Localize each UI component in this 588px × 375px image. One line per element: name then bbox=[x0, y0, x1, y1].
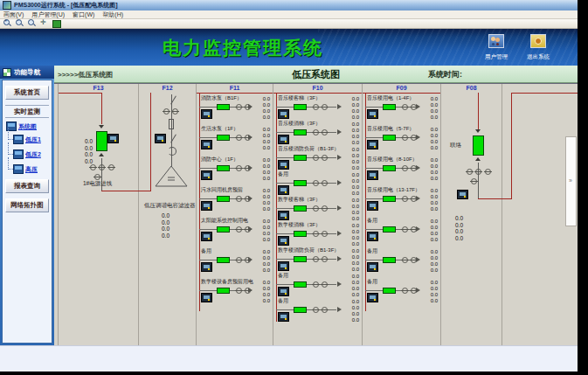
feeder-label: 消防中心（1F） bbox=[201, 156, 239, 163]
meter-icon[interactable] bbox=[201, 109, 212, 119]
meter-icon[interactable] bbox=[367, 109, 378, 119]
breaker-closed-icon[interactable] bbox=[473, 135, 484, 156]
breaker-closed-icon[interactable] bbox=[217, 135, 230, 141]
zoom-in-icon[interactable] bbox=[3, 19, 12, 28]
value: 0.0 bbox=[352, 140, 359, 146]
bus-line bbox=[101, 93, 102, 124]
meter-icon[interactable] bbox=[201, 201, 212, 211]
value: 0.0 bbox=[352, 108, 359, 115]
breaker-closed-icon[interactable] bbox=[294, 129, 307, 135]
breaker-closed-icon[interactable] bbox=[96, 131, 107, 151]
breaker-closed-icon[interactable] bbox=[294, 155, 307, 161]
title-bar[interactable]: PMS3000运行系统 - [低压配电系统图] bbox=[0, 0, 578, 10]
value: 0.0 bbox=[431, 170, 438, 176]
meter-icon[interactable] bbox=[107, 134, 119, 143]
breaker-closed-icon[interactable] bbox=[294, 256, 307, 262]
breaker-closed-icon[interactable] bbox=[294, 180, 307, 186]
zoom-out-icon[interactable] bbox=[16, 19, 24, 28]
meter-icon[interactable] bbox=[367, 170, 378, 180]
feeder-id: F13 bbox=[59, 85, 138, 91]
switch-icon bbox=[467, 169, 473, 175]
feeder-label: 数学楼消防负荷（B1-3F） bbox=[278, 247, 339, 253]
sidebar-item-topology[interactable]: 网络拓扑图 bbox=[5, 198, 49, 212]
banner-actions: 用户管理 退出系统 bbox=[481, 34, 553, 61]
tree-item-0[interactable]: 低压1 bbox=[13, 135, 50, 144]
meter-icon[interactable] bbox=[367, 201, 378, 211]
value: 0.0 bbox=[431, 255, 438, 261]
feeder-label: 音乐楼用电（13-17F） bbox=[367, 187, 420, 193]
meter-icon[interactable] bbox=[278, 160, 289, 170]
breaker-closed-icon[interactable] bbox=[294, 231, 307, 237]
meter-icon[interactable] bbox=[278, 109, 289, 119]
measurement-values: 0.00.00.00.0 bbox=[263, 127, 270, 151]
meter-icon[interactable] bbox=[367, 232, 378, 241]
exit-system-button[interactable]: 退出系统 bbox=[523, 34, 553, 61]
panel-collapse-handle[interactable] bbox=[565, 136, 577, 226]
feeder-label: 数学楼客梯（3F） bbox=[278, 197, 321, 203]
arrow-icon bbox=[416, 288, 420, 293]
value: 0.0 bbox=[352, 134, 359, 140]
breaker-closed-icon[interactable] bbox=[294, 281, 307, 288]
value: 0.0 bbox=[352, 191, 359, 197]
sidebar-item-home[interactable]: 系统首页 bbox=[5, 86, 49, 100]
meter-icon[interactable] bbox=[155, 134, 166, 143]
value: 0.0 bbox=[352, 96, 359, 102]
arrow-icon bbox=[416, 226, 420, 232]
meter-icon[interactable] bbox=[278, 185, 289, 195]
measurement-values: 0.00.00.00.0 bbox=[352, 147, 359, 171]
measurement-values: 0.0 0.0 0.0 0.0 bbox=[455, 215, 463, 241]
breaker-closed-icon[interactable] bbox=[217, 226, 230, 233]
contact-icon bbox=[99, 125, 104, 128]
meter-icon[interactable] bbox=[201, 232, 212, 241]
breaker-closed-icon[interactable] bbox=[383, 226, 396, 233]
breaker-closed-icon[interactable] bbox=[383, 196, 396, 202]
menu-item-3[interactable]: 帮助(H) bbox=[102, 10, 123, 19]
breaker-closed-icon[interactable] bbox=[217, 288, 230, 294]
meter-icon[interactable] bbox=[201, 170, 212, 180]
zoom-tool-icon[interactable] bbox=[28, 19, 37, 28]
meter-icon[interactable] bbox=[457, 190, 468, 199]
value: 0.0 bbox=[431, 280, 438, 286]
breaker-closed-icon[interactable] bbox=[217, 257, 230, 263]
value: 0.0 bbox=[431, 145, 438, 151]
breaker-closed-icon[interactable] bbox=[294, 307, 307, 313]
feeder-row: 污水回用机房预留 0.00.00.00.0 bbox=[199, 187, 271, 218]
breaker-closed-icon[interactable] bbox=[217, 196, 230, 202]
meter-icon[interactable] bbox=[278, 211, 289, 220]
meter-icon[interactable] bbox=[278, 287, 289, 296]
meter-icon[interactable] bbox=[201, 293, 212, 302]
screen-tool-icon[interactable] bbox=[52, 19, 61, 28]
measurement-values: 0.00.00.00.0 bbox=[352, 299, 359, 323]
sidebar-item-reports[interactable]: 报表查询 bbox=[5, 179, 49, 193]
meter-icon[interactable] bbox=[201, 262, 212, 272]
breaker-closed-icon[interactable] bbox=[217, 165, 230, 171]
value: 0.0 bbox=[431, 237, 438, 243]
breaker-closed-icon[interactable] bbox=[294, 104, 307, 110]
meter-icon[interactable] bbox=[201, 140, 212, 149]
meter-icon[interactable] bbox=[278, 135, 289, 144]
feeder-column-f10: F10 音乐楼客梯（3F） 0.00.00.00.0 音乐楼消梯（3F） 0.0… bbox=[273, 84, 363, 345]
breaker-closed-icon[interactable] bbox=[383, 257, 396, 263]
menu-item-1[interactable]: 用户管理(U) bbox=[31, 10, 65, 19]
feeder-row: 消防水泵（B1F） 0.00.00.00.0 bbox=[199, 95, 271, 126]
menu-item-2[interactable]: 窗口(W) bbox=[73, 10, 94, 19]
tree-item-1[interactable]: 低压2 bbox=[13, 149, 50, 159]
meter-icon[interactable] bbox=[367, 293, 378, 302]
meter-icon[interactable] bbox=[278, 312, 289, 322]
meter-icon[interactable] bbox=[367, 262, 378, 272]
user-management-button[interactable]: 用户管理 bbox=[481, 34, 511, 61]
select-tool-icon[interactable] bbox=[40, 19, 49, 28]
breaker-closed-icon[interactable] bbox=[383, 104, 396, 110]
breaker-closed-icon[interactable] bbox=[217, 104, 230, 110]
feeder-label: 消防水泵（B1F） bbox=[201, 95, 242, 101]
meter-icon[interactable] bbox=[278, 236, 289, 246]
value: 0.0 bbox=[263, 292, 270, 298]
breaker-closed-icon[interactable] bbox=[383, 135, 396, 141]
breaker-closed-icon[interactable] bbox=[383, 165, 396, 171]
breaker-closed-icon[interactable] bbox=[294, 205, 307, 212]
meter-icon[interactable] bbox=[367, 140, 378, 149]
breaker-closed-icon[interactable] bbox=[383, 288, 396, 294]
meter-icon[interactable] bbox=[278, 261, 289, 271]
tree-item-2[interactable]: 高压 bbox=[13, 164, 50, 174]
switch-icon bbox=[313, 180, 319, 186]
